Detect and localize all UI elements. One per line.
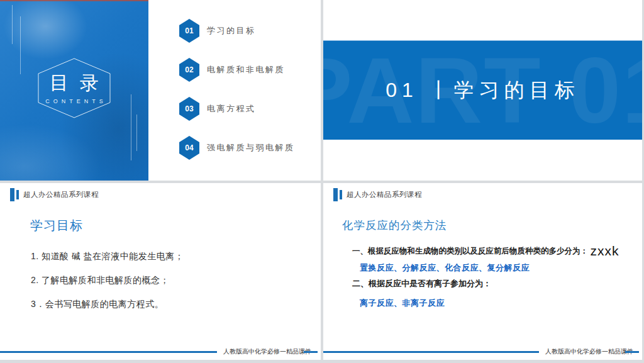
toc-hex-03[interactable]: 03 [179, 97, 199, 121]
slide-header: 超人办公精品系列课程 [323, 183, 642, 204]
toc-hex-02[interactable]: 02 [179, 58, 199, 82]
header-bars-icon [16, 190, 19, 199]
methods-answer-2: 离子反应、非离子反应 [360, 298, 445, 309]
photo-top-line [0, 0, 148, 1]
toc-label-04[interactable]: 强电解质与弱电解质 [207, 136, 295, 160]
zxxk-watermark: zxxk [590, 243, 619, 258]
methods-rule-2: 二、根据反应中是否有离子参加分为： [352, 278, 491, 289]
methods-answer-1: 置换反应、分解反应、化合反应、复分解反应 [360, 262, 530, 274]
deco-line [12, 5, 13, 44]
footer-caption: 人教版高中化学必修一精品课件 [223, 347, 311, 356]
footer-line [304, 351, 318, 353]
toc-menu-subtitle: CONTENTS [0, 98, 148, 104]
slide-header: 超人办公精品系列课程 [0, 183, 321, 204]
slide-thumbnail-methods[interactable]: 超人办公精品系列课程 化学反应的分类方法 一、根据反应物和生成物的类别以及反应前… [323, 183, 642, 360]
lab-photo-panel: 目录 CONTENTS [0, 0, 148, 181]
header-bars-icon [340, 190, 342, 199]
toc-menu-title: 目录 [0, 70, 148, 96]
section-banner: PART 01 01 丨学习的目标 [323, 40, 642, 140]
footer-line [625, 351, 639, 353]
slides-grid: 目录 CONTENTS 01 学习的目标 02 电解质和非电解质 03 电离方程… [0, 0, 644, 363]
goal-item-2: 2. 了解电解质和非电解质的概念； [31, 275, 169, 286]
deco-line [136, 114, 137, 151]
section-title: 01 丨学习的目标 [323, 41, 642, 140]
header-bars-icon [333, 188, 338, 201]
goal-item-1: 1. 知道酸 碱 盐在溶液中能发生电离； [31, 251, 184, 262]
deco-line [20, 16, 21, 74]
header-bars-icon [10, 188, 14, 201]
methods-rule-1: 一、根据反应物和生成物的类别以及反应前后物质种类的多少分为： zxxk [352, 243, 619, 259]
course-series-label: 超人办公精品系列课程 [23, 190, 99, 199]
goals-title: 学习目标 [30, 217, 83, 234]
toc-label-01[interactable]: 学习的目标 [207, 19, 256, 43]
goal-item-3: 3．会书写电解质的电离方程式。 [31, 299, 164, 310]
toc-label-03[interactable]: 电离方程式 [207, 97, 256, 121]
footer-line [0, 351, 217, 353]
methods-rule-1-text: 一、根据反应物和生成物的类别以及反应前后物质种类的多少分为： [352, 247, 588, 255]
toc-label-02[interactable]: 电解质和非电解质 [207, 58, 285, 82]
toc-hex-04[interactable]: 04 [179, 136, 199, 160]
methods-title: 化学反应的分类方法 [342, 218, 447, 233]
footer-line [323, 351, 539, 353]
course-series-label: 超人办公精品系列课程 [347, 190, 422, 199]
slide-thumbnail-toc[interactable]: 目录 CONTENTS 01 学习的目标 02 电解质和非电解质 03 电离方程… [0, 0, 321, 181]
footer-caption: 人教版高中化学必修一精品课件 [545, 347, 633, 356]
toc-hex-01[interactable]: 01 [179, 19, 199, 43]
slide-thumbnail-goals[interactable]: 超人办公精品系列课程 学习目标 1. 知道酸 碱 盐在溶液中能发生电离； 2. … [0, 183, 321, 360]
slide-thumbnail-part01[interactable]: PART 01 01 丨学习的目标 [323, 0, 642, 181]
